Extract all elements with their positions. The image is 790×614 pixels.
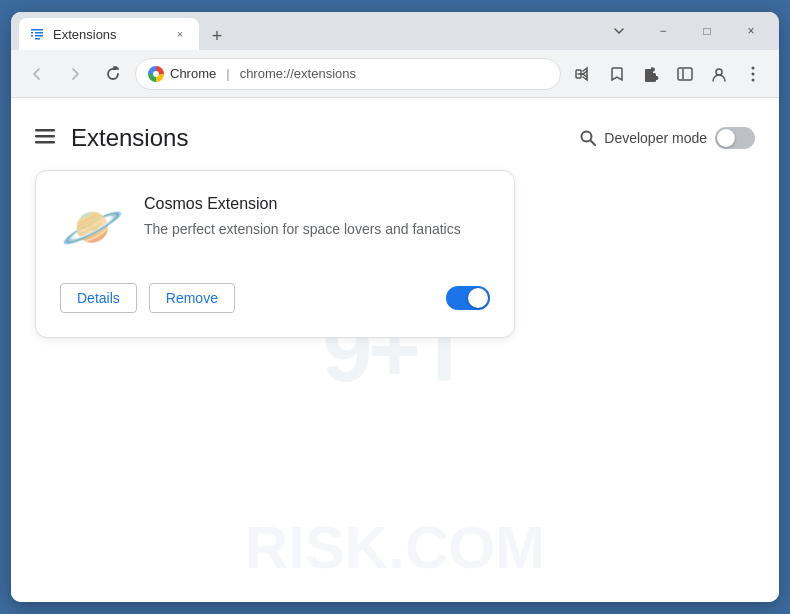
developer-mode-label: Developer mode <box>604 130 707 146</box>
svg-rect-8 <box>35 141 55 144</box>
tab-favicon <box>29 26 45 42</box>
toolbar: Chrome | chrome://extensions <box>11 50 779 98</box>
svg-point-3 <box>752 66 755 69</box>
chrome-logo <box>148 66 164 82</box>
svg-rect-1 <box>678 68 692 80</box>
extension-name: Cosmos Extension <box>144 195 490 213</box>
share-icon[interactable] <box>567 58 599 90</box>
back-button[interactable] <box>21 58 53 90</box>
bookmark-icon[interactable] <box>601 58 633 90</box>
tab-close-button[interactable]: × <box>171 25 189 43</box>
address-site: Chrome <box>170 66 216 81</box>
address-divider: | <box>226 66 229 81</box>
close-button[interactable]: × <box>731 17 771 45</box>
svg-point-4 <box>752 72 755 75</box>
title-bar: Extensions × + − □ × <box>11 12 779 50</box>
extension-card: 🪐 Cosmos Extension The perfect extension… <box>35 170 515 338</box>
chevron-down-icon[interactable] <box>599 17 639 45</box>
toggle-on-knob <box>468 288 488 308</box>
extension-enable-toggle[interactable] <box>446 286 490 310</box>
svg-rect-6 <box>35 129 55 132</box>
tab-title: Extensions <box>53 27 163 42</box>
profile-icon[interactable] <box>703 58 735 90</box>
maximize-button[interactable]: □ <box>687 17 727 45</box>
active-tab[interactable]: Extensions × <box>19 18 199 50</box>
svg-rect-7 <box>35 135 55 138</box>
extension-description: The perfect extension for space lovers a… <box>144 219 490 240</box>
svg-point-9 <box>582 132 592 142</box>
search-button[interactable] <box>572 122 604 154</box>
extensions-area: 🪐 Cosmos Extension The perfect extension… <box>11 170 779 338</box>
browser-window: Extensions × + − □ × <box>11 12 779 602</box>
forward-button[interactable] <box>59 58 91 90</box>
card-bottom: Details Remove <box>60 283 490 313</box>
svg-point-2 <box>716 69 722 75</box>
toggle-knob <box>717 129 735 147</box>
page-content: 9+T RISK.COM Extensions Developer mode <box>11 98 779 602</box>
planet-icon: 🪐 <box>61 202 123 252</box>
menu-icon[interactable] <box>737 58 769 90</box>
address-url: chrome://extensions <box>240 66 356 81</box>
extension-info: Cosmos Extension The perfect extension f… <box>144 195 490 259</box>
developer-mode-toggle[interactable] <box>715 127 755 149</box>
new-tab-button[interactable]: + <box>203 22 231 50</box>
page-title: Extensions <box>71 124 188 152</box>
sidebar-icon[interactable] <box>669 58 701 90</box>
tab-strip: Extensions × + <box>19 12 595 50</box>
window-controls: − □ × <box>599 17 771 45</box>
extension-icon: 🪐 <box>60 195 124 259</box>
extensions-icon[interactable] <box>635 58 667 90</box>
toolbar-icons <box>567 58 769 90</box>
card-top: 🪐 Cosmos Extension The perfect extension… <box>60 195 490 259</box>
hamburger-menu-icon[interactable] <box>35 126 55 151</box>
minimize-button[interactable]: − <box>643 17 683 45</box>
reload-button[interactable] <box>97 58 129 90</box>
address-bar[interactable]: Chrome | chrome://extensions <box>135 58 561 90</box>
details-button[interactable]: Details <box>60 283 137 313</box>
extensions-header: Extensions Developer mode <box>11 98 779 170</box>
watermark-bottom: RISK.COM <box>245 513 545 582</box>
remove-button[interactable]: Remove <box>149 283 235 313</box>
svg-point-5 <box>752 78 755 81</box>
